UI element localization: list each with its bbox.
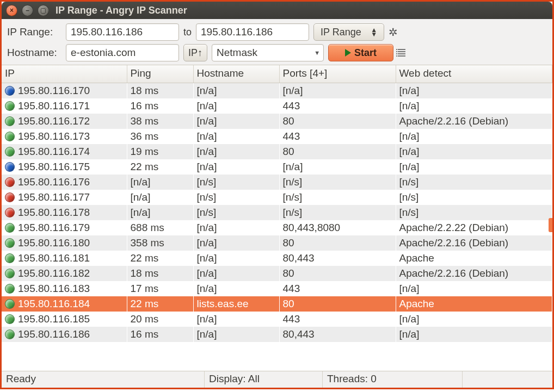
feeder-select[interactable]: IP Range ▲▼ [313, 23, 384, 41]
start-button-label: Start [354, 47, 377, 59]
cell-web: [n/s] [396, 205, 552, 220]
table-row[interactable]: 195.80.116.179688 ms[n/a]80,443,8080Apac… [2, 220, 552, 235]
cell-ports: 443 [279, 312, 396, 327]
cell-web: [n/a] [396, 144, 552, 159]
cell-ip: 195.80.116.185 [18, 313, 90, 325]
col-web[interactable]: Web detect [396, 65, 552, 83]
table-row[interactable]: 195.80.116.18218 ms[n/a]80Apache/2.2.16 … [2, 266, 552, 281]
cell-web: Apache/2.2.16 (Debian) [396, 114, 552, 129]
cell-ip: 195.80.116.180 [18, 237, 90, 249]
status-dot-icon [5, 208, 15, 217]
cell-ip: 195.80.116.171 [18, 100, 90, 112]
cell-ping: 19 ms [127, 144, 193, 159]
cell-ping: 36 ms [127, 129, 193, 144]
cell-hostname: [n/a] [193, 144, 279, 159]
cell-web: Apache [396, 251, 552, 266]
cell-ports: 80 [279, 144, 396, 159]
table-row[interactable]: 195.80.116.176[n/a][n/s][n/s][n/s] [2, 175, 552, 190]
status-dot-icon [5, 177, 15, 187]
status-dot-icon [5, 223, 15, 233]
cell-web: Apache [396, 296, 552, 312]
cell-ping: 16 ms [127, 98, 193, 114]
table-row[interactable]: 195.80.116.17336 ms[n/a]443[n/a] [2, 129, 552, 144]
fetchers-icon[interactable] [398, 49, 405, 57]
maximize-icon[interactable]: ▢ [38, 5, 49, 16]
cell-ports: 80,443 [279, 251, 396, 266]
close-icon[interactable]: × [6, 5, 17, 16]
cell-ports: 80 [279, 235, 396, 251]
cell-ip: 195.80.116.173 [18, 130, 90, 142]
cell-ping: 38 ms [127, 114, 193, 129]
table-row[interactable]: 195.80.116.18422 mslists.eas.ee80Apache [2, 296, 552, 312]
titlebar: × – ▢ IP Range - Angry IP Scanner [2, 2, 552, 19]
cell-ping: [n/a] [127, 205, 193, 220]
cell-ping: 22 ms [127, 296, 193, 312]
table-row[interactable]: 195.80.116.18616 ms[n/a]80,443[n/a] [2, 327, 552, 342]
netmask-combo-label: Netmask [217, 47, 257, 59]
results-scroll[interactable]: IP Ping Hostname Ports [4+] Web detect 1… [2, 65, 552, 371]
cell-ip: 195.80.116.177 [18, 191, 90, 203]
table-row[interactable]: 195.80.116.177[n/a][n/s][n/s][n/s] [2, 190, 552, 205]
cell-hostname: [n/a] [193, 281, 279, 296]
col-hostname[interactable]: Hostname [193, 65, 279, 83]
cell-hostname: lists.eas.ee [193, 296, 279, 312]
table-row[interactable]: 195.80.116.178[n/a][n/s][n/s][n/s] [2, 205, 552, 220]
cell-ping: 18 ms [127, 83, 193, 99]
status-dot-icon [5, 147, 15, 157]
status-dot-icon [5, 101, 15, 111]
cell-hostname: [n/a] [193, 129, 279, 144]
cell-web: [n/a] [396, 312, 552, 327]
hostname-label: Hostname: [7, 47, 61, 59]
col-ping[interactable]: Ping [127, 65, 193, 83]
gear-icon[interactable]: ✲ [389, 26, 398, 39]
feeder-select-label: IP Range [321, 27, 361, 38]
netmask-combo[interactable]: Netmask ▼ [212, 44, 324, 61]
table-row[interactable]: 195.80.116.17238 ms[n/a]80Apache/2.2.16 … [2, 114, 552, 129]
chevron-down-icon: ▼ [314, 49, 320, 56]
scrollbar-thumb[interactable] [549, 218, 552, 232]
minimize-icon[interactable]: – [22, 5, 33, 16]
cell-ports: 80 [279, 266, 396, 281]
status-dot-icon [5, 314, 15, 324]
app-window: × – ▢ IP Range - Angry IP Scanner IP Ran… [2, 2, 552, 388]
table-row[interactable]: 195.80.116.18520 ms[n/a]443[n/a] [2, 312, 552, 327]
status-progress [463, 371, 552, 388]
ip-to-input[interactable] [196, 23, 309, 41]
table-row[interactable]: 195.80.116.17116 ms[n/a]443[n/a] [2, 98, 552, 114]
cell-hostname: [n/a] [193, 327, 279, 342]
cell-ip: 195.80.116.172 [18, 115, 90, 127]
cell-hostname: [n/s] [193, 190, 279, 205]
col-ports[interactable]: Ports [4+] [279, 65, 396, 83]
table-row[interactable]: 195.80.116.17522 ms[n/a][n/a][n/a] [2, 159, 552, 175]
col-ip[interactable]: IP [2, 65, 127, 83]
table-row[interactable]: 195.80.116.180358 ms[n/a]80Apache/2.2.16… [2, 235, 552, 251]
cell-ports: 443 [279, 129, 396, 144]
cell-web: Apache/2.2.16 (Debian) [396, 266, 552, 281]
cell-ip: 195.80.116.183 [18, 283, 90, 295]
cell-hostname: [n/a] [193, 83, 279, 99]
ip-from-input[interactable] [66, 23, 179, 41]
cell-hostname: [n/s] [193, 175, 279, 190]
table-row[interactable]: 195.80.116.18122 ms[n/a]80,443Apache [2, 251, 552, 266]
ip-range-label: IP Range: [7, 26, 61, 38]
table-row[interactable]: 195.80.116.17419 ms[n/a]80[n/a] [2, 144, 552, 159]
status-dot-icon [5, 86, 15, 96]
cell-ip: 195.80.116.174 [18, 146, 90, 158]
cell-web: [n/a] [396, 327, 552, 342]
cell-hostname: [n/s] [193, 205, 279, 220]
hostname-input[interactable] [66, 44, 179, 61]
status-ready: Ready [2, 371, 205, 388]
status-dot-icon [5, 162, 15, 172]
spinner-icon: ▲▼ [371, 28, 377, 36]
toolbar: IP Range: to IP Range ▲▼ ✲ Hostname: IP↑… [2, 19, 552, 65]
table-row[interactable]: 195.80.116.18317 ms[n/a]443[n/a] [2, 281, 552, 296]
ip-up-button[interactable]: IP↑ [183, 44, 207, 61]
cell-ip: 195.80.116.179 [18, 222, 90, 234]
status-dot-icon [5, 284, 15, 294]
cell-ports: [n/a] [279, 83, 396, 99]
table-row[interactable]: 195.80.116.17018 ms[n/a][n/a][n/a] [2, 83, 552, 99]
start-button[interactable]: Start [328, 44, 393, 61]
cell-ping: 22 ms [127, 159, 193, 175]
to-label: to [183, 27, 192, 38]
cell-web: Apache/2.2.16 (Debian) [396, 235, 552, 251]
